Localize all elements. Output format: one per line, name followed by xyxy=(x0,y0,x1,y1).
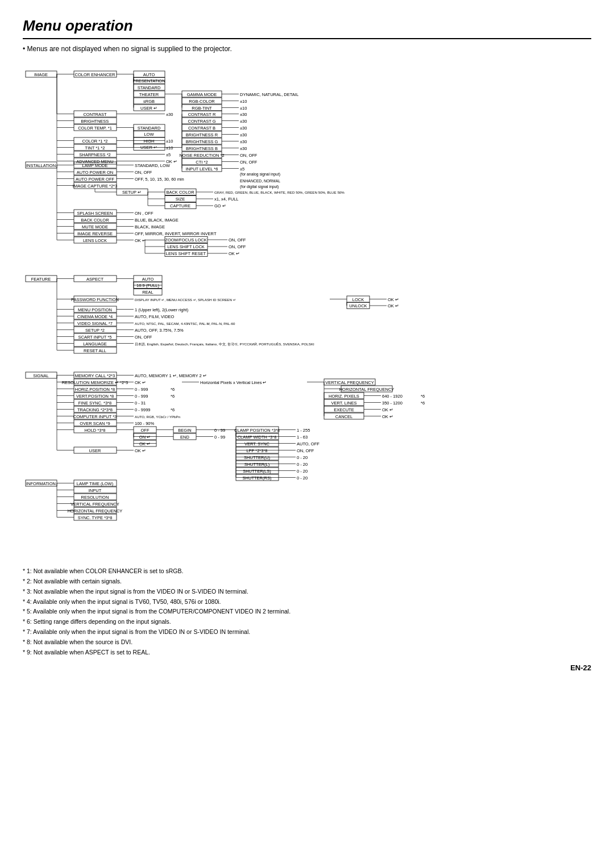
svg-text:VERT. SYNC: VERT. SYNC xyxy=(244,441,270,446)
svg-text:VERT. LINES: VERT. LINES xyxy=(331,400,357,406)
svg-text:RESET ALL: RESET ALL xyxy=(84,348,106,353)
svg-text:IMAGE: IMAGE xyxy=(34,72,48,77)
svg-text:VERTICAL FREQUENCY: VERTICAL FREQUENCY xyxy=(70,502,119,507)
svg-text:OK ↵: OK ↵ xyxy=(388,303,399,308)
svg-text:OK ↵: OK ↵ xyxy=(135,238,146,243)
footnote-8: * 8: Not available when the source is DV… xyxy=(23,637,591,648)
svg-text:PRESENTATION: PRESENTATION xyxy=(132,78,165,84)
svg-text:±30: ±30 xyxy=(240,146,247,151)
svg-text:BRIGHTNESS B: BRIGHTNESS B xyxy=(186,146,218,151)
svg-text:ON ↵: ON ↵ xyxy=(139,435,151,440)
svg-text:(for analog signal input): (for analog signal input) xyxy=(240,172,280,177)
svg-text:AUTO POWER ON: AUTO POWER ON xyxy=(77,170,113,175)
svg-text:SCART INPUT *5: SCART INPUT *5 xyxy=(78,335,112,340)
svg-text:TRACKING *2*3*8: TRACKING *2*3*8 xyxy=(77,407,113,412)
svg-text:ON, OFF: ON, OFF xyxy=(229,244,246,249)
page-number: EN-22 xyxy=(23,663,591,672)
svg-text:USER ↵: USER ↵ xyxy=(140,106,157,111)
svg-text:±10: ±10 xyxy=(240,106,247,111)
svg-text:OVER SCAN *9: OVER SCAN *9 xyxy=(80,421,110,426)
intro-text: Menus are not displayed when no signal i… xyxy=(23,45,591,53)
svg-text:FINE SYNC. *3*8: FINE SYNC. *3*8 xyxy=(78,400,111,406)
svg-text:AUTO, OFF, 3.75%, 7.5%: AUTO, OFF, 3.75%, 7.5% xyxy=(135,328,184,333)
svg-text:VERT.POSITION *8: VERT.POSITION *8 xyxy=(76,394,114,399)
page-title: Menu operation xyxy=(23,17,591,39)
svg-text:SHUTTER(RS): SHUTTER(RS) xyxy=(243,475,272,481)
svg-text:HORIZ.POSITION *8: HORIZ.POSITION *8 xyxy=(75,387,115,392)
svg-text:0 - 20: 0 - 20 xyxy=(297,455,308,460)
footnote-9: * 9: Not available when ASPECT is set to… xyxy=(23,648,591,658)
svg-text:HIGH: HIGH xyxy=(144,139,155,144)
svg-text:SETUP ↵: SETUP ↵ xyxy=(122,190,142,195)
svg-text:OK ↵: OK ↵ xyxy=(135,380,146,385)
svg-text:COLOR ENHANCER: COLOR ENHANCER xyxy=(75,72,115,77)
svg-text:SIGNAL: SIGNAL xyxy=(33,373,49,378)
svg-text:BLUE, BLACK, IMAGE: BLUE, BLACK, IMAGE xyxy=(135,218,179,223)
svg-text:±30: ±30 xyxy=(240,112,247,117)
svg-text:±30: ±30 xyxy=(240,126,247,131)
svg-text:1 (Upper left), 2(Lower right): 1 (Upper left), 2(Lower right) xyxy=(135,307,189,312)
svg-text:±30: ±30 xyxy=(240,139,247,144)
svg-text:STANDARD: STANDARD xyxy=(138,126,161,131)
svg-text:1 - 63: 1 - 63 xyxy=(297,435,308,440)
svg-text:STANDARD: STANDARD xyxy=(138,85,161,90)
svg-text:PASSWORD FUNCTION: PASSWORD FUNCTION xyxy=(71,297,119,302)
svg-text:LAMP TIME (LOW): LAMP TIME (LOW) xyxy=(77,481,114,486)
svg-text:CONTRAST B: CONTRAST B xyxy=(188,126,215,131)
svg-text:1 - 255: 1 - 255 xyxy=(297,428,310,433)
svg-text:EXECUTE: EXECUTE xyxy=(334,407,354,412)
svg-text:CTI *2: CTI *2 xyxy=(196,160,208,165)
svg-text:AUTO, OFF: AUTO, OFF xyxy=(297,441,320,446)
svg-text:*6: *6 xyxy=(171,407,175,412)
svg-text:±10: ±10 xyxy=(166,139,173,144)
svg-text:SYNC. TYPE *3*8: SYNC. TYPE *3*8 xyxy=(78,515,113,520)
svg-text:SHARPNESS *2: SHARPNESS *2 xyxy=(79,152,110,157)
svg-text:RESOLUTION MEMORIZE ↵ *2*3: RESOLUTION MEMORIZE ↵ *2*3 xyxy=(62,380,128,385)
svg-text:BRIGHTNESS G: BRIGHTNESS G xyxy=(186,139,218,144)
svg-text:IMAGE REVERSE: IMAGE REVERSE xyxy=(77,231,113,236)
svg-text:LAMP MODE: LAMP MODE xyxy=(82,163,108,168)
svg-text:±30: ±30 xyxy=(240,132,247,137)
footnote-2: * 2: Not available with certain signals. xyxy=(23,577,591,587)
svg-text:0 - 20: 0 - 20 xyxy=(297,475,308,481)
svg-text:OK ↵: OK ↵ xyxy=(229,251,240,256)
svg-text:OFF, MIRROR, INVERT, MIRROR IN: OFF, MIRROR, INVERT, MIRROR INVERT xyxy=(135,231,217,236)
svg-text:ON , OFF: ON , OFF xyxy=(135,211,154,216)
svg-text:OFF: OFF xyxy=(141,428,150,433)
svg-text:0 - 999: 0 - 999 xyxy=(135,387,148,392)
svg-text:GO ↵: GO ↵ xyxy=(214,203,226,208)
svg-text:CLAMP POSITION *3*8: CLAMP POSITION *3*8 xyxy=(234,428,280,433)
svg-text:CONTRAST: CONTRAST xyxy=(83,112,107,117)
svg-text:0 - 31: 0 - 31 xyxy=(135,400,146,406)
svg-text:ON, OFF: ON, OFF xyxy=(229,237,246,243)
svg-text:CONTRAST R: CONTRAST R xyxy=(188,112,216,117)
footnote-1: * 1: Not available when COLOR ENHANCER i… xyxy=(23,566,591,577)
svg-text:HORIZ. PIXELS: HORIZ. PIXELS xyxy=(329,394,359,399)
svg-text:OK ↵: OK ↵ xyxy=(139,441,151,446)
svg-text:RGB-COLOR: RGB-COLOR xyxy=(189,99,215,104)
svg-text:ZOOM/FOCUS LOCK: ZOOM/FOCUS LOCK xyxy=(165,237,206,243)
svg-text:LOCK: LOCK xyxy=(352,297,364,302)
svg-text:±5: ±5 xyxy=(166,152,171,157)
svg-text:MUTE MODE: MUTE MODE xyxy=(82,224,108,229)
svg-text:(for digital signal input): (for digital signal input) xyxy=(240,185,279,189)
svg-text:ON, OFF: ON, OFF xyxy=(240,153,258,158)
svg-text:INSTALLATION: INSTALLATION xyxy=(26,163,56,168)
svg-text:OK ↵: OK ↵ xyxy=(135,448,146,453)
svg-text:MENU POSITION: MENU POSITION xyxy=(78,307,112,312)
svg-text:COLOR TEMP. *1: COLOR TEMP. *1 xyxy=(78,126,112,131)
svg-text:IMAGE CAPTURE *2*3: IMAGE CAPTURE *2*3 xyxy=(73,183,117,189)
footnote-6: * 6: Setting range differs depending on … xyxy=(23,617,591,627)
svg-text:SIZE: SIZE xyxy=(176,197,185,202)
svg-text:BEGIN: BEGIN xyxy=(178,428,191,433)
svg-text:INFORMATION: INFORMATION xyxy=(26,481,56,486)
svg-text:BRIGHTNESS: BRIGHTNESS xyxy=(81,119,109,124)
svg-text:LPF *2*3*8: LPF *2*3*8 xyxy=(246,448,267,453)
svg-text:ON, OFF: ON, OFF xyxy=(297,448,314,453)
svg-text:640 - 1920: 640 - 1920 xyxy=(382,394,403,399)
svg-text:AUTO, NTSC, PAL, SECAM, 4.43NT: AUTO, NTSC, PAL, SECAM, 4.43NTSC, PAL-M,… xyxy=(135,322,235,326)
svg-text:CAPTURE: CAPTURE xyxy=(170,203,190,208)
svg-text:DYNAMIC, NATURAL, DETAIL: DYNAMIC, NATURAL, DETAIL xyxy=(240,92,298,97)
svg-text:SHUTTER(LS): SHUTTER(LS) xyxy=(243,469,271,474)
svg-text:OK ↵: OK ↵ xyxy=(388,297,399,302)
